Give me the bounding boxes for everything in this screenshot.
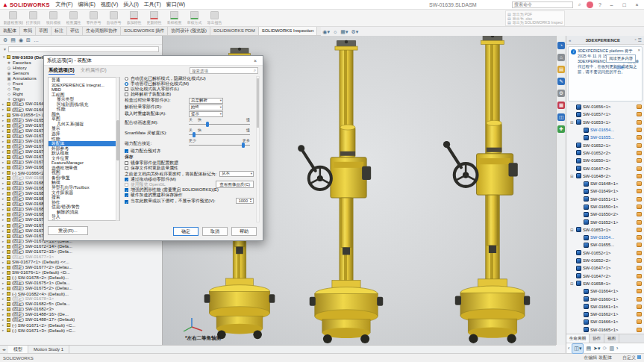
close-button[interactable]: ×: [632, 1, 642, 9]
checkbox-lightweight[interactable]: [125, 87, 128, 91]
expand-arrow-icon[interactable]: ▸: [2, 207, 5, 211]
session-component-row[interactable]: SW-01654...: [566, 126, 644, 134]
session-component-row[interactable]: SW-01647<2>: [566, 164, 644, 172]
task-pane-icon[interactable]: ▦: [557, 102, 565, 109]
filter-icon[interactable]: ▼: [3, 47, 7, 52]
command-tab[interactable]: SOLIDWORKS 插件: [121, 27, 168, 35]
view-tool-icon[interactable]: ▦▾: [340, 28, 348, 36]
search-icon[interactable]: ⌕: [576, 1, 584, 7]
session-component-row[interactable]: SW-01655...: [566, 241, 644, 249]
collapse-node-icon[interactable]: ⊟: [570, 174, 575, 178]
expand-arrow-icon[interactable]: ▸: [2, 145, 5, 149]
expand-arrow-icon[interactable]: ▸: [2, 260, 5, 264]
session-component-row[interactable]: SW-01650<1>: [566, 203, 644, 210]
menu-item[interactable]: 窗口(W): [166, 1, 185, 8]
expand-arrow-icon[interactable]: ▸: [2, 187, 5, 190]
tab-system-options[interactable]: 系统选项(S): [49, 67, 75, 75]
expand-arrow-icon[interactable]: ▸: [2, 192, 5, 196]
component-row[interactable]: ▸ (固定) SW-01677<1>: [0, 255, 162, 260]
expand-arrow-icon[interactable]: ▸: [2, 197, 5, 201]
session-component-row[interactable]: SW-01662<1>: [566, 310, 644, 318]
task-pane-icon[interactable]: ⚙: [557, 90, 565, 97]
session-component-row[interactable]: SW-01650<2>: [566, 210, 644, 218]
expand-arrow-icon[interactable]: ▸: [2, 250, 5, 254]
panel-menu-icon[interactable]: ☰: [638, 37, 642, 43]
bottom-tab[interactable]: 模型: [8, 346, 28, 353]
command-tab[interactable]: SOLIDWORKS Inspection: [259, 27, 318, 35]
session-component-row[interactable]: SW-01665<1>: [566, 326, 644, 334]
expand-arrow-icon[interactable]: ▸: [2, 323, 5, 327]
command-tab[interactable]: 生命周期和协作: [83, 27, 121, 35]
panel-tab[interactable]: 视图: [604, 334, 619, 343]
checkbox-resolve-subassemblies[interactable]: [125, 93, 128, 96]
expand-arrow-icon[interactable]: ▸: [2, 224, 5, 228]
session-component-row[interactable]: SW-01652<2>: [566, 257, 644, 264]
dialog-tree-scrollbar[interactable]: [116, 77, 119, 221]
expand-arrow-icon[interactable]: ▸: [2, 328, 5, 332]
session-component-row[interactable]: SW-01647<1>: [566, 264, 644, 272]
checkbox-hide-parts-threshold[interactable]: ✓: [125, 200, 128, 204]
ribbon-button[interactable]: 审核方式: [184, 11, 204, 25]
select-rebuild-on-load[interactable]: 提示▾: [189, 111, 223, 117]
expand-arrow-icon[interactable]: ▸: [2, 281, 5, 285]
task-pane-icon[interactable]: ⌂: [557, 54, 565, 61]
menu-item[interactable]: 编辑(E): [78, 1, 96, 8]
footer-tool-icon[interactable]: ⟳: [603, 344, 607, 353]
session-component-row[interactable]: SW-01656<1>: [566, 103, 644, 110]
session-component-row[interactable]: SW-01661<1>: [566, 303, 644, 310]
task-pane-icon[interactable]: ◫: [557, 113, 565, 121]
featuremanager-tab-icon[interactable]: ⚙: [3, 37, 7, 43]
expand-arrow-icon[interactable]: ▸: [2, 134, 5, 138]
expand-arrow-icon[interactable]: ▸: [2, 166, 5, 169]
bottom-tab[interactable]: Motion Study 1: [28, 346, 69, 353]
select-resolve-lightweight[interactable]: 始终▾: [189, 104, 223, 110]
expand-arrow-icon[interactable]: ▸: [2, 213, 5, 216]
collapse-node-icon[interactable]: ⊟: [570, 120, 575, 125]
expand-arrow-icon[interactable]: ▸: [2, 181, 5, 185]
collapse-node-icon[interactable]: ⊟: [570, 281, 575, 286]
cancel-button[interactable]: 取消: [202, 227, 228, 236]
dialog-title-bar[interactable]: 系统选项(S) - 装配体 ×: [44, 56, 263, 66]
expand-arrow-icon[interactable]: ▸: [2, 240, 5, 243]
ribbon-button[interactable]: 打开项目: [23, 11, 43, 25]
tab-document-properties[interactable]: 文档属性(D): [81, 67, 107, 74]
session-component-row[interactable]: SW-01652<2>: [566, 149, 644, 157]
footer-tool-icon[interactable]: ‹: [568, 344, 569, 353]
session-component-row[interactable]: SW-01655...: [566, 134, 644, 141]
tab-scroll-arrows[interactable]: ◂▸: [0, 346, 8, 353]
checkbox-opengl[interactable]: [125, 183, 128, 187]
user-avatar[interactable]: [587, 1, 593, 8]
session-component-row[interactable]: SW-01657<1>: [566, 110, 644, 118]
session-component-row[interactable]: SW-01660<1>: [566, 295, 644, 302]
task-pane-icon[interactable]: ✎: [557, 78, 565, 85]
component-row[interactable]: ▸ (固定) SW-01675<2> (Defau...: [0, 286, 162, 291]
mate-speed-slider[interactable]: 关快慢: [189, 117, 250, 128]
dialog-content-scrollbar[interactable]: [256, 76, 260, 222]
expand-arrow-icon[interactable]: ▸: [2, 129, 5, 133]
expand-arrow-icon[interactable]: ▼: [2, 55, 5, 59]
select-mark-stale[interactable]: 从不▾: [219, 171, 254, 177]
image-quality-button[interactable]: 查看图像品质(C): [216, 181, 254, 188]
menu-item[interactable]: 视图(V): [101, 1, 118, 8]
customize-menu[interactable]: 自定义: [622, 355, 641, 361]
reset-button[interactable]: 重设(R)...: [48, 226, 88, 235]
ribbon-button[interactable]: 零件序号: [84, 11, 104, 25]
collapse-node-icon[interactable]: ⊟: [570, 228, 575, 232]
command-tab[interactable]: 评估: [67, 27, 83, 35]
ribbon-button[interactable]: 项目模板: [43, 11, 63, 25]
dialog-close-icon[interactable]: ×: [251, 58, 260, 63]
menu-item[interactable]: 插入(I): [123, 1, 139, 8]
task-pane-icon[interactable]: ✚: [557, 125, 565, 133]
menu-item[interactable]: 工具(T): [144, 1, 161, 8]
checkbox-mirror-config[interactable]: [125, 161, 128, 165]
featuremanager-tab-icon[interactable]: ▤: [10, 37, 16, 43]
command-tab[interactable]: 标注: [51, 27, 67, 35]
smartmate-sensitivity-slider[interactable]: 关快慢: [189, 128, 250, 138]
expand-arrow-icon[interactable]: ▸: [2, 234, 5, 238]
expand-arrow-icon[interactable]: ▸: [2, 107, 5, 111]
footer-tool-icon[interactable]: ›: [616, 344, 618, 353]
help-button[interactable]: 帮助: [231, 227, 257, 236]
ribbon-button[interactable]: 自动序号: [104, 11, 124, 25]
checkbox-enhanced-graphics[interactable]: ✓: [125, 188, 128, 192]
task-pane-icon[interactable]: ▤: [557, 66, 565, 73]
